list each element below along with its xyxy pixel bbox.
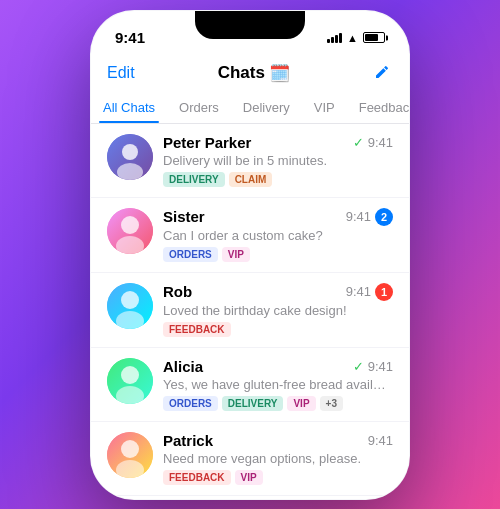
chat-preview: Delivery will be in 5 minutes. [163, 153, 393, 168]
chat-name: Peter Parker [163, 134, 251, 151]
chat-preview: Yes, we have gluten-free bread available… [163, 377, 393, 392]
chat-content: Sister 9:41 2 Can I order a custom cake?… [163, 208, 393, 262]
tag-orders: ORDERS [163, 396, 218, 411]
svg-point-7 [121, 291, 139, 309]
chat-content: Patrick 9:41 Need more vegan options, pl… [163, 432, 393, 485]
list-item[interactable]: Rob 9:41 1 Loved the birthday cake desig… [91, 273, 409, 348]
svg-point-4 [121, 216, 139, 234]
chat-tags: FEEDBACK [163, 322, 393, 337]
tab-vip[interactable]: VIP [302, 94, 347, 123]
nav-bar: Edit Chats 🗓️ [91, 55, 409, 86]
status-time: 9:41 [115, 29, 145, 46]
chat-tags: DELIVERY CLAIM [163, 172, 393, 187]
tab-feedback[interactable]: Feedback [347, 94, 409, 123]
tabs-bar: All Chats Orders Delivery VIP Feedback E [91, 86, 409, 124]
chat-name: Patrick [163, 432, 213, 449]
tag-orders: ORDERS [163, 247, 218, 262]
compose-button[interactable] [373, 61, 393, 86]
avatar [107, 283, 153, 329]
read-checkmark: ✓ [353, 359, 364, 374]
tab-all-chats[interactable]: All Chats [91, 94, 167, 123]
tag-more: +3 [320, 396, 343, 411]
chat-time: 9:41 [368, 433, 393, 448]
avatar [107, 432, 153, 478]
chat-content: Rob 9:41 1 Loved the birthday cake desig… [163, 283, 393, 337]
list-item[interactable]: Peter Parker ✓ 9:41 Delivery will be in … [91, 124, 409, 198]
tag-vip: VIP [235, 470, 263, 485]
chat-time: 9:41 [346, 284, 371, 299]
list-item[interactable]: Alicia ✓ 9:41 Yes, we have gluten-free b… [91, 348, 409, 422]
svg-point-10 [121, 366, 139, 384]
chat-preview: Can I order a custom cake? [163, 228, 393, 243]
chat-content: Peter Parker ✓ 9:41 Delivery will be in … [163, 134, 393, 187]
list-item[interactable]: Sister 9:41 2 Can I order a custom cake?… [91, 198, 409, 273]
status-icons: ▲ [327, 32, 385, 44]
chat-time: 9:41 [368, 359, 393, 374]
chat-time: 9:41 [346, 209, 371, 224]
unread-badge: 2 [375, 208, 393, 226]
notch [195, 11, 305, 39]
tag-feedback: FEEDBACK [163, 322, 231, 337]
chat-content: Alicia ✓ 9:41 Yes, we have gluten-free b… [163, 358, 393, 411]
tag-feedback: FEEDBACK [163, 470, 231, 485]
chat-name: Rob [163, 283, 192, 300]
svg-point-1 [122, 144, 138, 160]
tag-vip: VIP [287, 396, 315, 411]
tag-vip: VIP [222, 247, 250, 262]
chat-list: Peter Parker ✓ 9:41 Delivery will be in … [91, 124, 409, 500]
battery-icon [363, 32, 385, 43]
avatar [107, 134, 153, 180]
tab-delivery[interactable]: Delivery [231, 94, 302, 123]
tag-delivery: DELIVERY [222, 396, 284, 411]
avatar [107, 358, 153, 404]
chat-tags: ORDERS VIP [163, 247, 393, 262]
tab-orders[interactable]: Orders [167, 94, 231, 123]
chat-name: Alicia [163, 358, 203, 375]
chat-name: Sister [163, 208, 205, 225]
avatar [107, 208, 153, 254]
list-item[interactable]: Jessica 9:41 Nice, got it. [91, 496, 409, 500]
phone-frame: 9:41 ▲ Edit Chats 🗓️ All Ch [90, 10, 410, 500]
chat-time: 9:41 [368, 135, 393, 150]
wifi-icon: ▲ [347, 32, 358, 44]
tag-delivery: DELIVERY [163, 172, 225, 187]
svg-point-13 [121, 440, 139, 458]
page-title: Chats 🗓️ [218, 63, 290, 84]
tag-claim: CLAIM [229, 172, 273, 187]
chat-preview: Loved the birthday cake design! [163, 303, 393, 318]
read-checkmark: ✓ [353, 135, 364, 150]
list-item[interactable]: Patrick 9:41 Need more vegan options, pl… [91, 422, 409, 496]
edit-button[interactable]: Edit [107, 64, 135, 82]
chat-preview: Need more vegan options, please. [163, 451, 393, 466]
unread-badge: 1 [375, 283, 393, 301]
chat-tags: ORDERS DELIVERY VIP +3 [163, 396, 393, 411]
chat-tags: FEEDBACK VIP [163, 470, 393, 485]
signal-icon [327, 33, 342, 43]
